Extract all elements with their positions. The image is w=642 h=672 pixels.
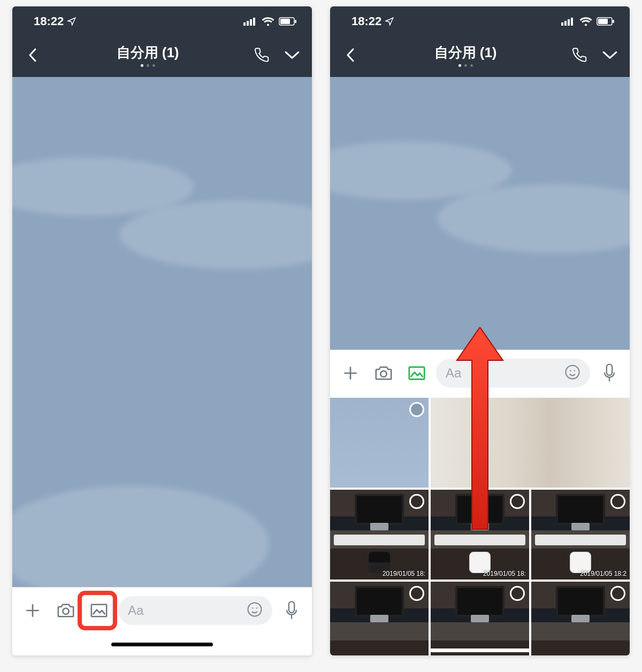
svg-point-11 — [248, 603, 262, 616]
chat-title: 自分用 (1) — [434, 43, 497, 62]
cellular-icon — [561, 17, 575, 26]
home-indicator[interactable] — [429, 648, 531, 652]
photo-thumb[interactable] — [431, 398, 630, 488]
photo-thumb[interactable]: 2019/01/05 18: — [330, 490, 429, 580]
select-circle-icon[interactable] — [610, 586, 625, 601]
chat-header: 自分用 (1) — [330, 36, 630, 77]
chat-header: 自分用 (1) — [12, 36, 312, 77]
emoji-icon[interactable] — [564, 364, 580, 382]
photo-timestamp: 2019/01/05 18: — [483, 570, 526, 577]
svg-rect-21 — [598, 19, 608, 24]
svg-rect-2 — [250, 19, 252, 26]
location-icon — [385, 17, 394, 26]
svg-rect-1 — [247, 21, 249, 26]
status-bar: 18:22 — [12, 6, 312, 36]
photo-timestamp: 2019/01/05 18: — [383, 570, 425, 577]
select-circle-icon[interactable] — [510, 494, 525, 509]
select-circle-icon[interactable] — [409, 402, 424, 417]
screenshot-left: 18:22 自分用 (1) — [12, 6, 312, 655]
svg-rect-22 — [613, 20, 614, 23]
svg-rect-0 — [243, 22, 246, 26]
screenshot-right: 18:22 自分用 (1) — [330, 6, 630, 655]
svg-rect-16 — [561, 22, 563, 26]
svg-rect-14 — [289, 601, 294, 613]
message-placeholder: Aa — [446, 366, 559, 381]
add-button[interactable] — [19, 597, 47, 624]
svg-point-25 — [380, 370, 386, 376]
chat-body[interactable] — [330, 77, 630, 350]
battery-icon — [279, 17, 297, 26]
svg-point-29 — [574, 370, 576, 372]
gallery-highlight — [78, 591, 117, 630]
photo-thumb[interactable] — [531, 582, 630, 655]
message-input[interactable]: Aa — [118, 596, 272, 625]
input-bar: Aa — [330, 350, 630, 396]
photo-thumb[interactable] — [431, 582, 529, 655]
svg-point-28 — [570, 370, 571, 372]
photo-thumb[interactable]: 2019/01/05 18:2 — [531, 490, 630, 580]
wifi-icon — [579, 17, 592, 26]
camera-button[interactable] — [370, 359, 398, 387]
gallery-button-active[interactable] — [403, 359, 431, 387]
status-bar: 18:22 — [330, 6, 630, 36]
wifi-icon — [262, 17, 274, 26]
message-input[interactable]: Aa — [436, 359, 590, 388]
svg-rect-3 — [253, 18, 255, 26]
call-button[interactable] — [568, 43, 592, 67]
svg-point-9 — [63, 608, 68, 614]
camera-button[interactable] — [52, 597, 80, 624]
photo-picker[interactable]: 2019/01/05 18: 2019/01/05 18: 2019/01/05… — [330, 396, 630, 655]
message-placeholder: Aa — [128, 603, 241, 618]
menu-chevron-button[interactable] — [598, 43, 622, 67]
svg-rect-5 — [280, 19, 290, 24]
page-dots — [458, 64, 473, 67]
select-circle-icon[interactable] — [610, 494, 625, 509]
photo-thumb[interactable] — [330, 582, 429, 655]
chat-title: 自分用 (1) — [117, 43, 179, 62]
battery-icon — [597, 17, 615, 26]
page-dots — [141, 64, 155, 67]
select-circle-icon[interactable] — [510, 586, 525, 601]
photo-thumb[interactable]: 2019/01/05 18: — [431, 490, 529, 580]
add-button[interactable] — [337, 359, 364, 387]
svg-rect-18 — [568, 19, 570, 26]
mic-button[interactable] — [278, 597, 305, 624]
svg-rect-17 — [564, 21, 567, 26]
chat-body[interactable] — [12, 77, 312, 587]
svg-rect-30 — [607, 364, 612, 375]
input-bar: Aa — [12, 587, 312, 633]
home-indicator[interactable] — [111, 643, 213, 646]
status-time: 18:22 — [34, 14, 64, 28]
call-button[interactable] — [250, 43, 274, 67]
svg-rect-26 — [409, 367, 424, 379]
photo-timestamp: 2019/01/05 18:2 — [580, 570, 626, 577]
select-circle-icon[interactable] — [409, 586, 424, 601]
menu-chevron-button[interactable] — [280, 43, 304, 67]
cellular-icon — [243, 17, 257, 26]
back-button[interactable] — [20, 48, 45, 63]
location-icon — [67, 17, 77, 26]
back-button[interactable] — [338, 48, 363, 63]
svg-rect-19 — [571, 18, 573, 26]
select-circle-icon[interactable] — [409, 494, 424, 509]
home-indicator-row — [12, 633, 312, 655]
svg-point-27 — [566, 365, 579, 379]
emoji-icon[interactable] — [247, 601, 263, 620]
status-time: 18:22 — [351, 14, 381, 28]
svg-point-12 — [252, 607, 254, 609]
photo-thumb[interactable] — [330, 398, 429, 488]
mic-button[interactable] — [595, 359, 623, 387]
svg-rect-6 — [295, 20, 296, 23]
svg-point-13 — [256, 607, 258, 609]
